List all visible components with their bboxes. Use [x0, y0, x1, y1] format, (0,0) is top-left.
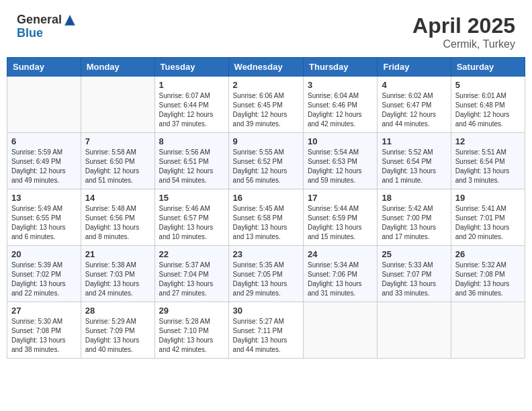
- day-info: Sunrise: 5:45 AM Sunset: 6:58 PM Dayligh…: [233, 204, 299, 242]
- day-info: Sunrise: 5:52 AM Sunset: 6:54 PM Dayligh…: [382, 148, 446, 185]
- logo-blue: Blue: [17, 27, 77, 40]
- calendar-cell: 19Sunrise: 5:41 AM Sunset: 7:01 PM Dayli…: [451, 189, 525, 246]
- day-info: Sunrise: 5:37 AM Sunset: 7:04 PM Dayligh…: [159, 261, 224, 298]
- day-number: 7: [85, 136, 150, 146]
- calendar-cell: 12Sunrise: 5:51 AM Sunset: 6:54 PM Dayli…: [451, 133, 525, 189]
- calendar-cell: 11Sunrise: 5:52 AM Sunset: 6:54 PM Dayli…: [378, 133, 451, 189]
- calendar-cell: 4Sunrise: 6:02 AM Sunset: 6:47 PM Daylig…: [378, 77, 451, 133]
- day-info: Sunrise: 5:44 AM Sunset: 6:59 PM Dayligh…: [308, 204, 373, 242]
- calendar-cell: 26Sunrise: 5:32 AM Sunset: 7:08 PM Dayli…: [451, 246, 525, 302]
- day-number: 10: [308, 136, 373, 146]
- calendar-cell: 23Sunrise: 5:35 AM Sunset: 7:05 PM Dayli…: [228, 246, 303, 302]
- weekday-header: Sunday: [7, 58, 81, 77]
- calendar-cell: 28Sunrise: 5:29 AM Sunset: 7:09 PM Dayli…: [81, 302, 154, 359]
- day-number: 25: [382, 249, 446, 259]
- calendar-cell: 3Sunrise: 6:04 AM Sunset: 6:46 PM Daylig…: [304, 77, 378, 133]
- calendar-table: SundayMondayTuesdayWednesdayThursdayFrid…: [7, 57, 525, 359]
- day-info: Sunrise: 5:39 AM Sunset: 7:02 PM Dayligh…: [11, 261, 77, 298]
- day-number: 15: [159, 193, 224, 203]
- calendar-cell: 21Sunrise: 5:38 AM Sunset: 7:03 PM Dayli…: [81, 246, 154, 302]
- weekday-header: Monday: [81, 58, 154, 77]
- day-number: 27: [11, 306, 77, 316]
- calendar-cell: 25Sunrise: 5:33 AM Sunset: 7:07 PM Dayli…: [378, 246, 451, 302]
- day-number: 17: [308, 193, 373, 203]
- calendar-cell: 2Sunrise: 6:06 AM Sunset: 6:45 PM Daylig…: [228, 77, 303, 133]
- weekday-header: Thursday: [304, 58, 378, 77]
- day-number: 8: [159, 136, 224, 146]
- calendar-cell: 20Sunrise: 5:39 AM Sunset: 7:02 PM Dayli…: [7, 246, 81, 302]
- day-number: 1: [159, 80, 224, 90]
- calendar-week-row: 13Sunrise: 5:49 AM Sunset: 6:55 PM Dayli…: [7, 189, 525, 246]
- day-info: Sunrise: 5:59 AM Sunset: 6:49 PM Dayligh…: [11, 148, 77, 185]
- logo: General Blue: [17, 13, 77, 40]
- calendar-cell: 15Sunrise: 5:46 AM Sunset: 6:57 PM Dayli…: [154, 189, 228, 246]
- day-info: Sunrise: 6:04 AM Sunset: 6:46 PM Dayligh…: [308, 91, 373, 129]
- day-number: 18: [382, 193, 446, 203]
- day-info: Sunrise: 6:01 AM Sunset: 6:48 PM Dayligh…: [455, 91, 521, 129]
- day-info: Sunrise: 5:32 AM Sunset: 7:08 PM Dayligh…: [455, 261, 521, 298]
- day-number: 21: [85, 249, 150, 259]
- calendar-cell: 13Sunrise: 5:49 AM Sunset: 6:55 PM Dayli…: [7, 189, 81, 246]
- calendar-cell: 5Sunrise: 6:01 AM Sunset: 6:48 PM Daylig…: [451, 77, 525, 133]
- page-header: General Blue April 2025 Cermik, Turkey: [7, 7, 525, 54]
- calendar-cell: 1Sunrise: 6:07 AM Sunset: 6:44 PM Daylig…: [154, 77, 228, 133]
- calendar-cell: 10Sunrise: 5:54 AM Sunset: 6:53 PM Dayli…: [304, 133, 378, 189]
- day-info: Sunrise: 5:46 AM Sunset: 6:57 PM Dayligh…: [159, 204, 224, 242]
- day-info: Sunrise: 5:56 AM Sunset: 6:51 PM Dayligh…: [159, 148, 224, 185]
- logo-icon: [63, 13, 77, 27]
- day-number: 26: [455, 249, 521, 259]
- weekday-header-row: SundayMondayTuesdayWednesdayThursdayFrid…: [7, 58, 525, 77]
- calendar-week-row: 27Sunrise: 5:30 AM Sunset: 7:08 PM Dayli…: [7, 302, 525, 359]
- day-number: 14: [85, 193, 150, 203]
- calendar-cell: [7, 77, 81, 133]
- calendar-cell: [451, 302, 525, 359]
- calendar-cell: [81, 77, 154, 133]
- day-number: 29: [159, 306, 224, 316]
- weekday-header: Friday: [378, 58, 451, 77]
- day-number: 20: [11, 249, 77, 259]
- title-block: April 2025 Cermik, Turkey: [412, 13, 515, 50]
- day-number: 4: [382, 80, 446, 90]
- day-number: 24: [308, 249, 373, 259]
- day-info: Sunrise: 6:02 AM Sunset: 6:47 PM Dayligh…: [382, 91, 446, 129]
- weekday-header: Saturday: [451, 58, 525, 77]
- day-number: 28: [85, 306, 150, 316]
- calendar-week-row: 20Sunrise: 5:39 AM Sunset: 7:02 PM Dayli…: [7, 246, 525, 302]
- day-number: 2: [233, 80, 299, 90]
- calendar-cell: 24Sunrise: 5:34 AM Sunset: 7:06 PM Dayli…: [304, 246, 378, 302]
- day-number: 3: [308, 80, 373, 90]
- day-number: 23: [233, 249, 299, 259]
- day-number: 19: [455, 193, 521, 203]
- calendar-cell: [378, 302, 451, 359]
- day-number: 13: [11, 193, 77, 203]
- day-info: Sunrise: 5:49 AM Sunset: 6:55 PM Dayligh…: [11, 204, 77, 242]
- calendar-cell: 14Sunrise: 5:48 AM Sunset: 6:56 PM Dayli…: [81, 189, 154, 246]
- month-year: April 2025: [412, 13, 515, 38]
- day-number: 9: [233, 136, 299, 146]
- calendar-cell: 8Sunrise: 5:56 AM Sunset: 6:51 PM Daylig…: [154, 133, 228, 189]
- calendar-cell: 9Sunrise: 5:55 AM Sunset: 6:52 PM Daylig…: [228, 133, 303, 189]
- calendar-cell: 22Sunrise: 5:37 AM Sunset: 7:04 PM Dayli…: [154, 246, 228, 302]
- logo-general: General: [17, 13, 62, 27]
- day-number: 16: [233, 193, 299, 203]
- weekday-header: Wednesday: [228, 58, 303, 77]
- day-info: Sunrise: 5:54 AM Sunset: 6:53 PM Dayligh…: [308, 148, 373, 185]
- day-info: Sunrise: 5:38 AM Sunset: 7:03 PM Dayligh…: [85, 261, 150, 298]
- day-info: Sunrise: 5:41 AM Sunset: 7:01 PM Dayligh…: [455, 204, 521, 242]
- day-number: 6: [11, 136, 77, 146]
- location: Cermik, Turkey: [412, 38, 515, 50]
- calendar-cell: 29Sunrise: 5:28 AM Sunset: 7:10 PM Dayli…: [154, 302, 228, 359]
- calendar-cell: 16Sunrise: 5:45 AM Sunset: 6:58 PM Dayli…: [228, 189, 303, 246]
- calendar-cell: 27Sunrise: 5:30 AM Sunset: 7:08 PM Dayli…: [7, 302, 81, 359]
- calendar-week-row: 6Sunrise: 5:59 AM Sunset: 6:49 PM Daylig…: [7, 133, 525, 189]
- day-number: 30: [233, 306, 299, 316]
- day-info: Sunrise: 6:06 AM Sunset: 6:45 PM Dayligh…: [233, 91, 299, 129]
- day-info: Sunrise: 5:55 AM Sunset: 6:52 PM Dayligh…: [233, 148, 299, 185]
- day-info: Sunrise: 5:33 AM Sunset: 7:07 PM Dayligh…: [382, 261, 446, 298]
- day-info: Sunrise: 5:51 AM Sunset: 6:54 PM Dayligh…: [455, 148, 521, 185]
- day-number: 12: [455, 136, 521, 146]
- day-info: Sunrise: 5:27 AM Sunset: 7:11 PM Dayligh…: [233, 317, 299, 355]
- day-info: Sunrise: 5:48 AM Sunset: 6:56 PM Dayligh…: [85, 204, 150, 242]
- calendar-cell: 17Sunrise: 5:44 AM Sunset: 6:59 PM Dayli…: [304, 189, 378, 246]
- calendar-cell: 7Sunrise: 5:58 AM Sunset: 6:50 PM Daylig…: [81, 133, 154, 189]
